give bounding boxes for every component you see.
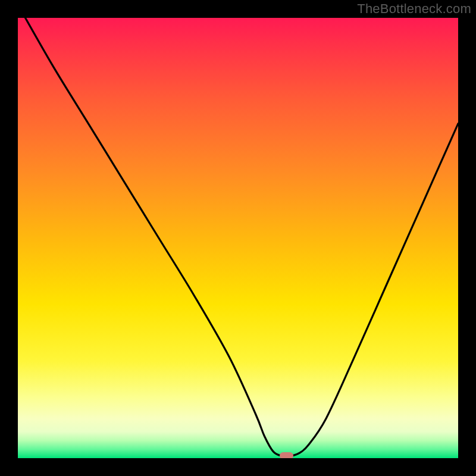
plot-area <box>18 18 458 458</box>
bottleneck-curve <box>18 18 458 456</box>
watermark-text: TheBottleneck.com <box>357 1 471 17</box>
curve-layer <box>18 18 458 458</box>
optimal-marker <box>280 452 294 458</box>
chart-frame: TheBottleneck.com <box>0 0 476 476</box>
